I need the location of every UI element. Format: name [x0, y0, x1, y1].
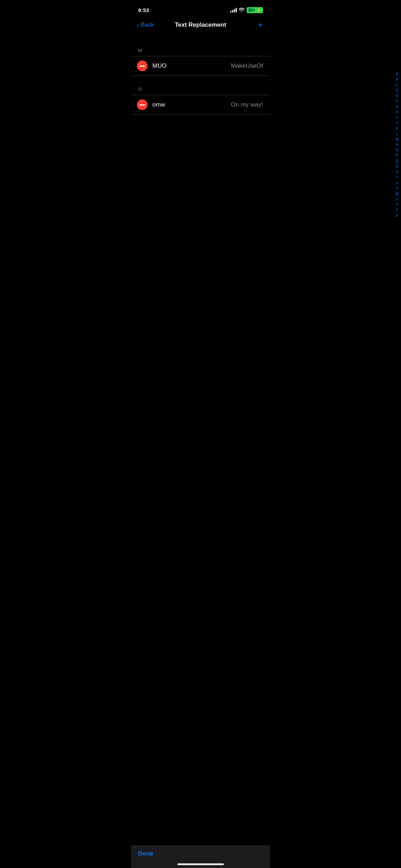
section-m-gap [131, 42, 270, 48]
shortcut-omw: omw [153, 101, 231, 108]
shortcut-muo: MUO [153, 62, 231, 69]
signal-icon [230, 7, 237, 12]
delete-button-omw[interactable] [137, 99, 148, 110]
add-button[interactable]: + [258, 21, 263, 29]
section-o-gap [131, 76, 270, 87]
list-item-omw[interactable]: omw On my way! [131, 95, 270, 114]
wifi-icon [239, 7, 245, 13]
status-time: 9:53 [138, 7, 149, 13]
page-title: Text Replacement [175, 21, 226, 29]
status-bar: 9:53 22+ ⚡ [131, 0, 270, 18]
section-header-m: M [131, 48, 270, 56]
replacement-muo: MakeUseOf [231, 62, 263, 69]
status-icons: 22+ ⚡ [230, 7, 263, 13]
navigation-bar: ‹ Back Text Replacement + [131, 18, 270, 35]
minus-icon [139, 66, 145, 67]
back-chevron-icon: ‹ [137, 21, 139, 29]
minus-icon-omw [139, 104, 145, 105]
delete-button-muo[interactable] [137, 61, 148, 71]
back-label: Back [140, 21, 154, 29]
replacement-omw: On my way! [231, 101, 263, 108]
section-header-o: O [131, 87, 270, 95]
back-button[interactable]: ‹ Back [137, 21, 154, 29]
content: M MUO MakeUseOf O omw On my way! [131, 35, 270, 115]
battery-indicator: 22+ ⚡ [247, 7, 263, 13]
list-item-muo[interactable]: MUO MakeUseOf [131, 56, 270, 76]
battery-level: 22+ [248, 8, 255, 12]
battery-lightning-icon: ⚡ [256, 8, 261, 12]
section-divider-bottom-o [131, 114, 270, 115]
